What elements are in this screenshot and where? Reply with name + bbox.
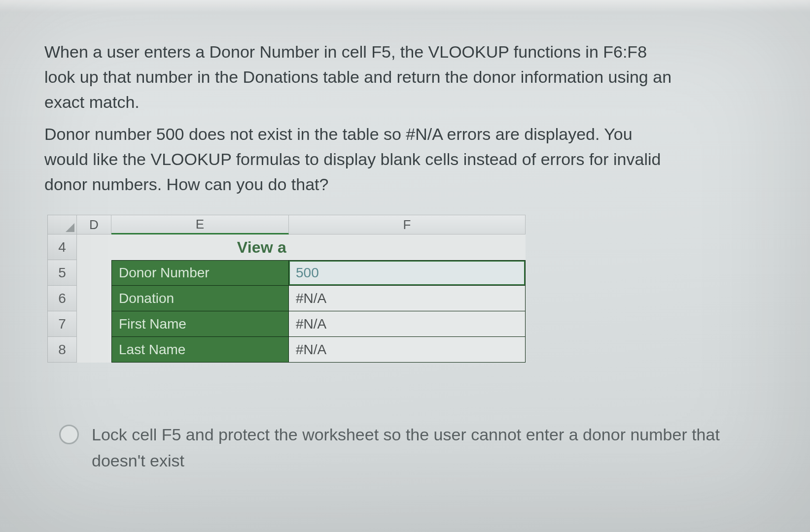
- cell-d6[interactable]: [77, 286, 111, 311]
- table-row: Donation #N/A: [77, 286, 526, 311]
- cell-f5-value[interactable]: 500: [289, 260, 526, 286]
- cells: View a Current Donor Donor Number 500 Do…: [77, 234, 526, 363]
- row-header-7[interactable]: 7: [47, 311, 77, 337]
- cell-f8-value[interactable]: #N/A: [289, 337, 526, 363]
- row-header-8[interactable]: 8: [47, 337, 77, 363]
- cell-e5-label[interactable]: Donor Number: [111, 260, 289, 286]
- row-header-5[interactable]: 5: [47, 260, 77, 286]
- cell-e7-label[interactable]: First Name: [111, 311, 289, 337]
- cell-d7[interactable]: [77, 311, 111, 337]
- page: When a user enters a Donor Number in cel…: [0, 0, 810, 532]
- cell-f7-value[interactable]: #N/A: [289, 311, 526, 337]
- cell-f4[interactable]: [289, 234, 526, 260]
- sheet-body: 4 5 6 7 8 View a Current Donor Do: [47, 234, 766, 363]
- row-header-6[interactable]: 6: [47, 286, 77, 311]
- cell-d5[interactable]: [77, 260, 111, 286]
- table-row: Donor Number 500: [77, 260, 526, 286]
- title-row: View a Current Donor: [77, 234, 526, 260]
- cell-e6-label[interactable]: Donation: [111, 286, 289, 311]
- question-paragraph-2: Donor number 500 does not exist in the t…: [44, 122, 675, 197]
- column-headers: D E F: [47, 215, 766, 234]
- row-header-4[interactable]: 4: [47, 234, 77, 260]
- cell-d4[interactable]: [77, 234, 111, 260]
- table-row: Last Name #N/A: [77, 337, 526, 363]
- cell-e4[interactable]: View a Current Donor: [111, 234, 289, 260]
- answer-option-text: Lock cell F5 and protect the worksheet s…: [92, 422, 730, 473]
- select-all-corner[interactable]: [47, 215, 77, 234]
- table-row: First Name #N/A: [77, 311, 526, 337]
- question-text: When a user enters a Donor Number in cel…: [44, 39, 675, 197]
- cell-e8-label[interactable]: Last Name: [111, 337, 289, 363]
- cell-f6-value[interactable]: #N/A: [289, 286, 526, 311]
- answer-option[interactable]: Lock cell F5 and protect the worksheet s…: [59, 422, 730, 473]
- column-header-e[interactable]: E: [111, 215, 289, 234]
- column-header-d[interactable]: D: [77, 215, 111, 234]
- radio-icon[interactable]: [59, 425, 79, 444]
- top-highlight: [0, 0, 810, 12]
- row-headers: 4 5 6 7 8: [47, 234, 77, 363]
- data-table: Donor Number 500 Donation #N/A First Nam…: [77, 260, 526, 363]
- spreadsheet: D E F 4 5 6 7 8 View a Current Donor: [47, 215, 766, 363]
- question-paragraph-1: When a user enters a Donor Number in cel…: [44, 39, 675, 115]
- cell-d8[interactable]: [77, 337, 111, 363]
- column-header-f[interactable]: F: [289, 215, 526, 234]
